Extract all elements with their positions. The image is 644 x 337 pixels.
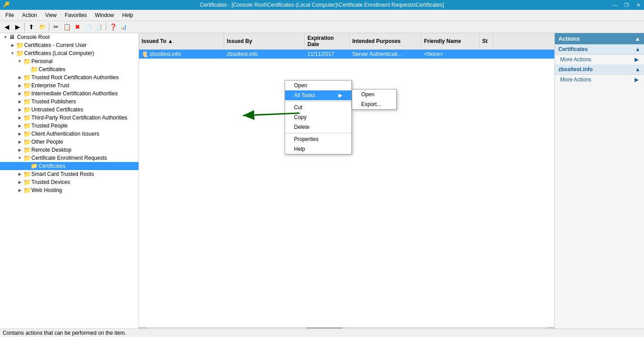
table-row[interactable]: 📜 zbssltest.info zbssltest.info 11/11/20… [139,50,554,59]
expand-icon[interactable]: ▼ [16,58,23,65]
actions-collapse-icon[interactable]: ▲ [635,35,640,42]
cut-button[interactable]: ✂ [51,22,61,32]
actions-section-cert-name-collapse-icon[interactable]: ▲ [635,66,640,73]
expand-icon[interactable]: ▶ [16,106,23,113]
help-button[interactable]: ❓ [108,22,118,32]
submenu-export[interactable]: Export... [352,99,396,109]
expand-icon[interactable]: ▶ [16,187,23,194]
tree-item-cert-enrollment-certs[interactable]: 📁 Certificates [0,162,138,170]
col-header-friendly-label: Friendly Name [424,38,461,44]
cell-friendly-value: <None> [424,51,443,57]
tree-item-other-people[interactable]: ▶ 📁 Other People [0,138,138,146]
expand-icon[interactable]: ▼ [9,50,16,57]
new-button[interactable]: 📄 [83,22,93,32]
col-header-status[interactable]: St [480,33,493,49]
tree-item-web-hosting[interactable]: ▶ 📁 Web Hosting [0,186,138,194]
tree-item-enterprise-trust[interactable]: ▶ 📁 Enterprise Trust [0,81,138,90]
tree-item-certs-current-user[interactable]: ▶ 📁 Certificates - Current User [0,41,138,49]
actions-more-actions-1[interactable]: More Actions ▶ [555,55,644,64]
tree-item-trusted-devices[interactable]: ▶ 📁 Trusted Devices [0,178,138,186]
tree-item-certs-local-computer[interactable]: ▼ 📁 Certificates (Local Computer) [0,49,138,57]
actions-section-collapse-icon[interactable]: ▲ [635,46,640,52]
menu-file[interactable]: File [2,11,17,20]
delete-button[interactable]: ✖ [73,22,82,32]
tree-label-trusted-root-ca: Trusted Root Certification Authorities [31,74,119,81]
tree-item-trusted-root-ca[interactable]: ▶ 📁 Trusted Root Certification Authoriti… [0,73,138,81]
ctx-cut-label: Cut [294,104,303,111]
content-panel: Issued To ▲ Issued By Expiration Date In… [139,33,554,334]
expand-icon[interactable]: ▶ [16,98,23,105]
ctx-delete[interactable]: Delete [285,122,351,132]
folder-icon-cert-enrollment-certs: 📁 [30,162,38,170]
folder-icon-enterprise-trust: 📁 [23,82,30,89]
info-button[interactable]: 📊 [119,22,129,32]
copy-button[interactable]: 📋 [62,22,72,32]
col-header-issued-by[interactable]: Issued By [224,33,305,49]
restore-button[interactable]: ❐ [621,0,632,10]
tree-item-personal[interactable]: ▼ 📁 Personal [0,57,138,65]
tree-label-cert-enrollment-requests: Certificate Enrollment Requests [31,155,107,161]
ctx-all-tasks[interactable]: All Tasks ▶ [285,90,351,100]
up-button[interactable]: ⬆ [26,22,36,32]
expand-icon[interactable]: ▼ [16,154,23,162]
tree-label-remote-desktop: Remote Desktop [31,147,71,153]
col-header-expiry[interactable]: Expiration Date [305,33,350,49]
tree-item-third-party-root-ca[interactable]: ▶ 📁 Third-Party Root Certification Autho… [0,114,138,122]
menu-action[interactable]: Action [18,11,40,20]
ctx-properties[interactable]: Properties [285,134,351,144]
ctx-cut[interactable]: Cut [285,102,351,112]
tree-label-personal-certs: Certificates [39,66,65,73]
ctx-open[interactable]: Open [285,81,351,90]
toolbar-sep-2 [49,23,49,31]
expand-icon[interactable]: ▶ [16,171,23,178]
menu-help[interactable]: Help [119,11,137,20]
expand-icon[interactable]: ▶ [16,179,23,186]
tree-item-untrusted-certs[interactable]: ▶ 📁 Untrusted Certificates [0,106,138,114]
tree-item-console-root[interactable]: ▼ 🖥 Console Root [0,33,138,41]
tree-item-client-auth-issuers[interactable]: ▶ 📁 Client Authentication Issuers [0,130,138,138]
ctx-copy[interactable]: Copy [285,112,351,122]
actions-more-actions-2[interactable]: More Actions ▶ [555,75,644,85]
menu-favorites[interactable]: Favorites [61,11,91,20]
tree-item-trusted-publishers[interactable]: ▶ 📁 Trusted Publishers [0,98,138,106]
ctx-help[interactable]: Help [285,144,351,154]
expand-icon[interactable]: ▶ [9,42,16,49]
menu-view[interactable]: View [42,11,61,20]
submenu-open[interactable]: Open [352,90,396,99]
expand-icon[interactable]: ▶ [16,122,23,129]
tree-label-console-root: Console Root [17,34,50,40]
expand-icon[interactable]: ▶ [16,138,23,145]
properties-button[interactable]: 📑 [94,22,104,32]
back-button[interactable]: ◀ [2,22,12,32]
col-header-friendly[interactable]: Friendly Name [421,33,480,49]
tree-item-intermediate-ca[interactable]: ▶ 📁 Intermediate Certification Authoriti… [0,90,138,98]
tree-panel[interactable]: ▼ 🖥 Console Root ▶ 📁 Certificates - Curr… [0,33,139,334]
col-header-issued-to-label: Issued To [142,38,166,44]
col-header-issued-to[interactable]: Issued To ▲ [139,33,224,49]
close-button[interactable]: ✕ [632,0,644,10]
col-header-purpose[interactable]: Intended Purposes [350,33,421,49]
expand-icon[interactable]: ▶ [16,74,23,81]
folder-icon-trusted-people: 📁 [23,122,30,129]
tree-item-cert-enrollment-requests[interactable]: ▼ 📁 Certificate Enrollment Requests [0,154,138,162]
folder-icon-other-people: 📁 [23,138,30,145]
minimize-button[interactable]: — [609,0,621,10]
expand-icon[interactable]: ▼ [2,34,9,41]
expand-icon[interactable]: ▶ [16,130,23,137]
tree-item-personal-certs[interactable]: 📁 Certificates [0,65,138,73]
expand-icon[interactable]: ▶ [16,82,23,89]
window-controls[interactable]: — ❐ ✕ [609,0,644,10]
menu-bar: File Action View Favorites Window Help [0,10,644,21]
folder-button[interactable]: 📁 [37,22,47,32]
forward-button[interactable]: ▶ [13,22,22,32]
menu-window[interactable]: Window [91,11,118,20]
cell-friendly: <None> [421,50,480,59]
expand-icon[interactable]: ▶ [16,90,23,97]
tree-item-remote-desktop[interactable]: ▶ 📁 Remote Desktop [0,146,138,154]
actions-panel: Actions ▲ Certificates ▲ More Actions ▶ … [554,33,644,334]
expand-icon[interactable]: ▶ [16,114,23,121]
actions-section-certificates-label: Certificates [558,46,588,52]
tree-item-trusted-people[interactable]: ▶ 📁 Trusted People [0,122,138,130]
expand-icon[interactable]: ▶ [16,146,23,154]
tree-item-smart-card-trusted-roots[interactable]: ▶ 📁 Smart Card Trusted Roots [0,170,138,178]
